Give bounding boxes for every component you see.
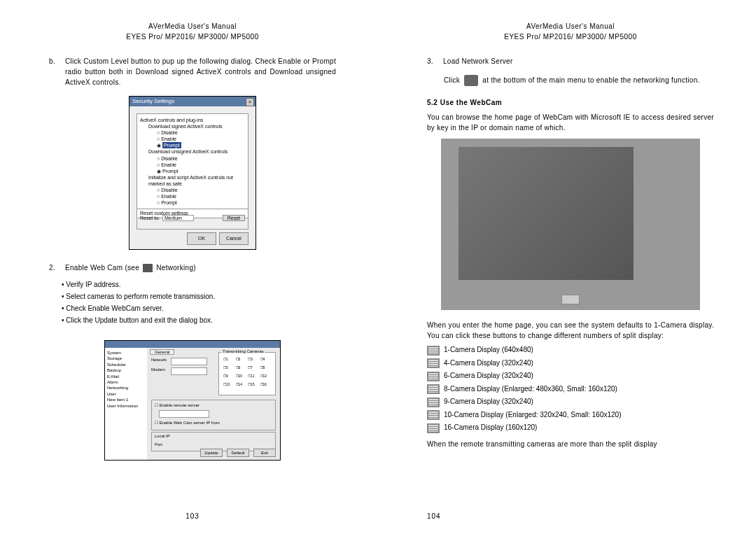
page-header: AVerMedia User's Manual EYES Pro/ MP2016…: [427, 21, 714, 42]
modem-input[interactable]: [171, 367, 207, 375]
grid-6-icon[interactable]: [427, 372, 440, 381]
dialog-titlebar: [105, 341, 280, 348]
tree-node: Download signed ActiveX controls: [148, 123, 245, 129]
webcam-screenshot: [441, 139, 700, 310]
item-3-title: Load Network Server: [443, 56, 513, 66]
grid-8-icon[interactable]: [427, 384, 440, 394]
bullet-item: Click the Update button and exit the dia…: [62, 314, 336, 326]
tree-node: Download unsigned ActiveX controls: [148, 148, 245, 155]
network-server-icon: [464, 75, 478, 86]
radio-prompt[interactable]: ◉: [157, 143, 162, 148]
camera-display-list: 1-Camera Display (640x480) 4-Camera Disp…: [427, 344, 714, 435]
reset-button[interactable]: Reset: [223, 215, 245, 221]
item-3: 3. Load Network Server: [427, 56, 714, 66]
page-header: AVerMedia User's Manual EYES Pro/ MP2016…: [49, 21, 336, 42]
page-103: AVerMedia User's Manual EYES Pro/ MP2016…: [0, 0, 378, 534]
grid-4-icon[interactable]: [427, 358, 440, 368]
header-line1: AVerMedia User's Manual: [427, 21, 714, 31]
config-tree[interactable]: System Storage Scheduler Backup E-Mail A…: [105, 348, 152, 460]
default-button[interactable]: Default: [227, 449, 249, 457]
para3: When the remote transmitting cameras are…: [427, 439, 714, 449]
page-104: AVerMedia User's Manual EYES Pro/ MP2016…: [378, 0, 756, 534]
bullet-item: Verify IP address.: [62, 279, 336, 290]
item-2: 2. Enable Web Cam (see Networking): [49, 262, 336, 273]
section-intro: You can browse the home page of WebCam w…: [427, 112, 714, 133]
para2: When you enter the home page, you can se…: [427, 320, 714, 341]
page-number: 103: [49, 505, 336, 520]
tree-node: ActiveX controls and plug-ins: [140, 117, 245, 123]
settings-tree: ActiveX controls and plug-ins Download s…: [136, 113, 248, 218]
list-item: 8-Camera Display (Enlarged: 480x360, Sma…: [427, 383, 714, 396]
camera-view: [458, 147, 634, 280]
item-2-after: Networking): [156, 264, 196, 272]
bullet-list: Verify IP address. Select cameras to per…: [62, 279, 336, 326]
tab-general[interactable]: General: [150, 349, 174, 355]
bullet-item: Check Enable WebCam server.: [62, 302, 336, 314]
grid-16-icon[interactable]: [427, 423, 440, 433]
exit-button[interactable]: Exit: [253, 449, 276, 457]
remote-server-group: ☐ Enable remote server ☐ Enable Web Cam …: [151, 400, 276, 430]
section-5-2: 5.2 Use the WebCam: [427, 99, 714, 106]
tree-node: Initialize and script ActiveX controls n…: [148, 174, 245, 187]
ok-button[interactable]: OK: [187, 232, 216, 245]
update-button[interactable]: Update: [200, 449, 223, 457]
network-input[interactable]: [171, 358, 207, 365]
item-3-label: 3.: [427, 56, 433, 66]
grid-10-icon[interactable]: [427, 410, 440, 420]
list-item: 16-Camera Display (160x120): [427, 421, 714, 435]
security-settings-dialog: Security Settings × ActiveX controls and…: [129, 96, 256, 250]
reset-select[interactable]: Medium: [162, 215, 194, 221]
grid-1-icon[interactable]: [427, 346, 440, 356]
item-b-label: b.: [49, 56, 55, 87]
item-b-text: Click Custom Level button to pup up the …: [65, 56, 336, 87]
list-item: 6-Camera Display (320x240): [427, 370, 714, 383]
grid-9-icon[interactable]: [427, 398, 440, 407]
list-item: 4-Camera Display (320x240): [427, 357, 714, 370]
list-item: 9-Camera Display (320x240): [427, 395, 714, 409]
header-line2: EYES Pro/ MP2016/ MP3000/ MP5000: [427, 31, 714, 42]
close-icon[interactable]: ×: [246, 98, 254, 106]
webcam-button[interactable]: [561, 295, 580, 304]
item-3-body: Click at the bottom of the main menu to …: [444, 75, 714, 86]
dialog-title: Security Settings: [130, 97, 255, 106]
system-configuration-dialog: System Storage Scheduler Backup E-Mail A…: [104, 340, 281, 461]
dialog-buttons: Update Default Exit: [200, 449, 276, 457]
list-item: 10-Camera Display (Enlarged: 320x240, Sm…: [427, 409, 714, 422]
cancel-button[interactable]: Cancel: [219, 232, 248, 245]
networking-icon: [143, 264, 153, 272]
list-item: 1-Camera Display (640x480): [427, 344, 714, 357]
item-2-before: Enable Web Cam (see: [65, 264, 139, 272]
transmitting-cameras: Transmitting Cameras ☐1☐2☐3☐4 ☐5☐6☐7☐8 ☐…: [218, 352, 276, 395]
header-line1: AVerMedia User's Manual: [49, 21, 336, 31]
header-line2: EYES Pro/ MP2016/ MP3000/ MP5000: [49, 31, 336, 42]
config-panel: General Transmitting Cameras ☐1☐2☐3☐4 ☐5…: [147, 348, 280, 460]
item-b: b. Click Custom Level button to pup up t…: [49, 56, 336, 87]
bullet-item: Select cameras to perform remote transmi…: [62, 290, 336, 302]
radio-prompt[interactable]: ◉: [157, 169, 162, 174]
item-2-label: 2.: [49, 262, 55, 273]
page-number: 104: [427, 505, 714, 520]
reset-custom-settings: Reset custom settings Reset to: Medium R…: [136, 209, 248, 230]
